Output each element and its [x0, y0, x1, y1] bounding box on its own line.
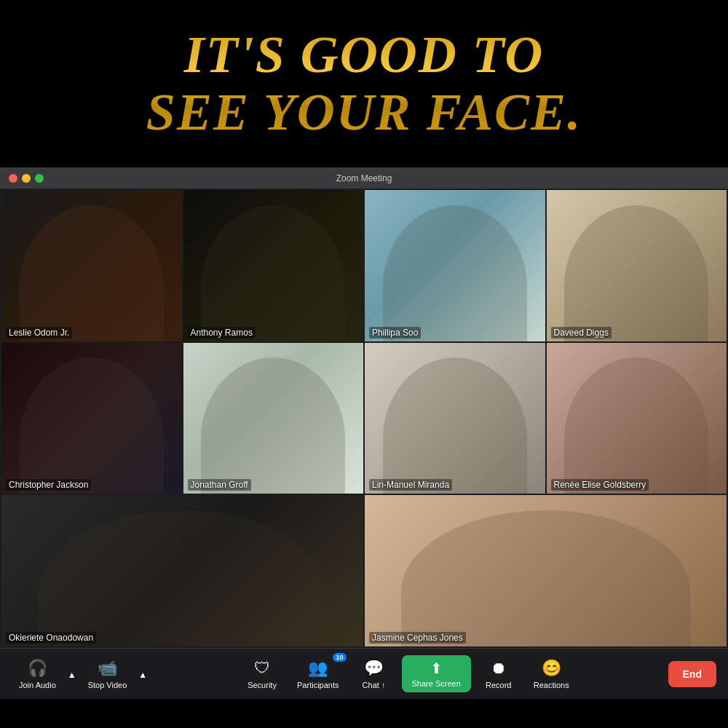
video-row-1: Leslie Odom Jr. Anthony Ramos Phillipa S… [1, 190, 727, 341]
video-tile-renee: Renée Elise Goldsberry [547, 343, 727, 494]
people-icon: 👥 [308, 659, 328, 678]
participant-name-phillipa: Phillipa Soo [369, 327, 421, 339]
join-audio-chevron[interactable]: ▲ [66, 665, 78, 684]
participant-name-jonathan: Jonathan Groff [188, 479, 251, 491]
top-banner: IT'S GOOD TO SEE YOUR FACE. [0, 0, 728, 167]
video-tile-phillipa: Phillipa Soo [365, 190, 545, 341]
chat-button[interactable]: 💬 Chat ↑ [352, 656, 396, 692]
end-button[interactable]: End [668, 661, 716, 687]
record-button[interactable]: ⏺ Record [477, 656, 521, 692]
stop-video-chevron[interactable]: ▲ [137, 665, 149, 684]
stop-video-label: Stop Video [88, 681, 127, 689]
join-audio-button[interactable]: 🎧 Join Audio [12, 656, 63, 692]
traffic-lights [9, 174, 44, 183]
video-tile-okieriete: Okieriete Onaodowan [1, 495, 363, 646]
video-grid: Leslie Odom Jr. Anthony Ramos Phillipa S… [0, 189, 728, 648]
window-title: Zoom Meeting [336, 173, 392, 183]
close-button[interactable] [9, 174, 17, 183]
chevron-up-icon: ▲ [68, 670, 76, 680]
participant-name-okieriete: Okieriete Onaodowan [6, 632, 96, 644]
share-screen-label: Share Screen [412, 679, 461, 688]
toolbar: 🎧 Join Audio ▲ 📹 Stop Video ▲ 🛡 Security… [0, 648, 728, 699]
record-label: Record [486, 681, 511, 689]
zoom-window: Zoom Meeting Leslie Odom Jr. Anthony Ram… [0, 167, 728, 699]
reactions-label: Reactions [534, 681, 569, 689]
video-tile-jonathan: Jonathan Groff [183, 343, 364, 494]
share-screen-button[interactable]: ⬆ Share Screen [402, 655, 471, 692]
shield-icon: 🛡 [254, 659, 270, 678]
participant-name-jasmine: Jasmine Cephas Jones [369, 632, 466, 644]
emoji-icon: 😊 [542, 659, 561, 678]
security-button[interactable]: 🛡 Security [240, 656, 284, 692]
video-tile-jasmine: Jasmine Cephas Jones [365, 495, 727, 646]
minimize-button[interactable] [22, 174, 31, 183]
participant-name-lin: Lin-Manuel Miranda [369, 479, 452, 491]
participant-name-renee: Renée Elise Goldsberry [551, 479, 649, 491]
toolbar-left: 🎧 Join Audio ▲ 📹 Stop Video ▲ [12, 656, 149, 692]
participants-button[interactable]: 👥 10 Participants [290, 656, 346, 692]
participant-name-daveed: Daveed Diggs [551, 327, 612, 339]
video-tile-lin: Lin-Manuel Miranda [365, 343, 545, 494]
title-bar: Zoom Meeting [0, 168, 728, 189]
chat-icon: 💬 [364, 659, 384, 678]
participant-name-leslie: Leslie Odom Jr. [6, 327, 72, 339]
join-audio-label: Join Audio [19, 681, 56, 689]
reactions-button[interactable]: 😊 Reactions [526, 656, 577, 692]
share-icon: ⬆ [430, 660, 443, 677]
participants-count: 10 [333, 653, 346, 662]
video-icon: 📹 [98, 659, 117, 678]
video-row-2: Christopher Jackson Jonathan Groff Lin-M… [1, 343, 727, 494]
video-tile-daveed: Daveed Diggs [547, 190, 727, 341]
video-tile-christopher: Christopher Jackson [1, 343, 182, 494]
record-icon: ⏺ [491, 659, 507, 678]
chat-label: Chat ↑ [363, 681, 386, 689]
participant-name-anthony: Anthony Ramos [188, 327, 256, 339]
video-tile-anthony: Anthony Ramos [183, 190, 364, 341]
participants-label: Participants [297, 681, 339, 689]
maximize-button[interactable] [35, 174, 44, 183]
toolbar-center: 🛡 Security 👥 10 Participants 💬 Chat ↑ ⬆ … [240, 655, 577, 692]
stop-video-button[interactable]: 📹 Stop Video [81, 656, 135, 692]
toolbar-right: End [668, 661, 716, 687]
headphones-icon: 🎧 [28, 659, 47, 678]
banner-text: IT'S GOOD TO SEE YOUR FACE. [146, 26, 582, 141]
chevron-up-icon-2: ▲ [138, 670, 147, 680]
video-row-3: Okieriete Onaodowan Jasmine Cephas Jones [1, 495, 727, 646]
video-tile-leslie: Leslie Odom Jr. [1, 190, 182, 341]
participant-name-christopher: Christopher Jackson [6, 479, 91, 491]
security-label: Security [248, 681, 277, 689]
